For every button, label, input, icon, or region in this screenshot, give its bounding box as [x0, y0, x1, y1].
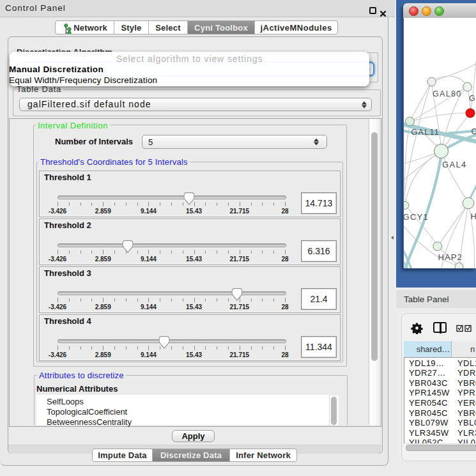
- svg-text:C: C: [472, 127, 476, 136]
- svg-text:GAL11: GAL11: [411, 128, 440, 137]
- svg-text:HAP2: HAP2: [438, 252, 463, 262]
- svg-text:GA: GA: [469, 94, 476, 103]
- svg-text:GAL80: GAL80: [433, 89, 461, 98]
- svg-text:H: H: [471, 211, 476, 221]
- svg-text:GCY1: GCY1: [404, 212, 429, 222]
- svg-text:GAL4: GAL4: [442, 160, 466, 169]
